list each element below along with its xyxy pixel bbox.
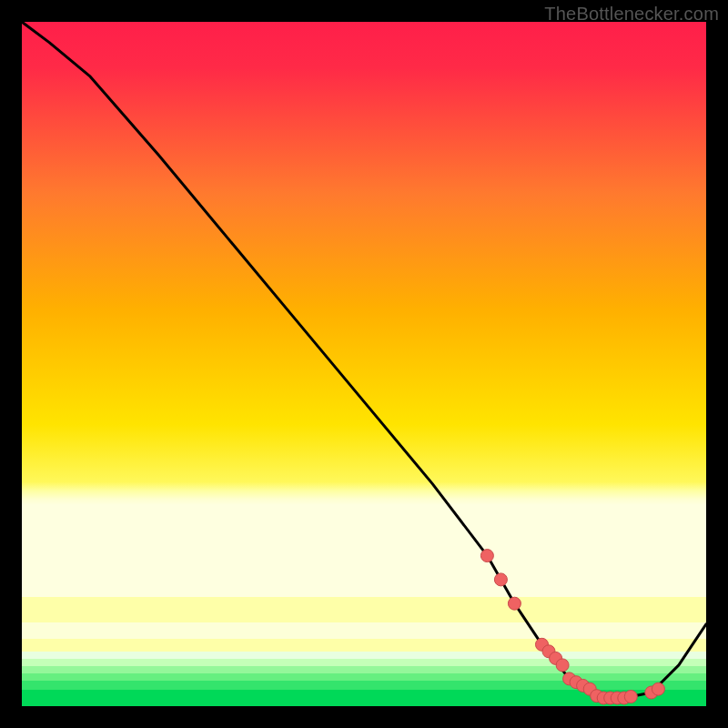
green-stripe-2 [22, 659, 706, 666]
green-stripe-3 [22, 666, 706, 673]
dot [508, 597, 521, 610]
green-stripe-5 [22, 681, 706, 690]
bottleneck-chart [22, 22, 706, 706]
dot [480, 550, 493, 562]
dot [494, 573, 507, 586]
yellow-band-light [22, 622, 706, 639]
heat-gradient [22, 22, 706, 597]
green-stripe-4 [22, 673, 706, 681]
dot [652, 682, 664, 695]
chart-stage: TheBottlenecker.com [0, 0, 728, 728]
dot [624, 691, 637, 703]
watermark-text: TheBottlenecker.com [544, 4, 719, 25]
green-stripe-1 [22, 652, 706, 659]
dot [556, 659, 569, 672]
